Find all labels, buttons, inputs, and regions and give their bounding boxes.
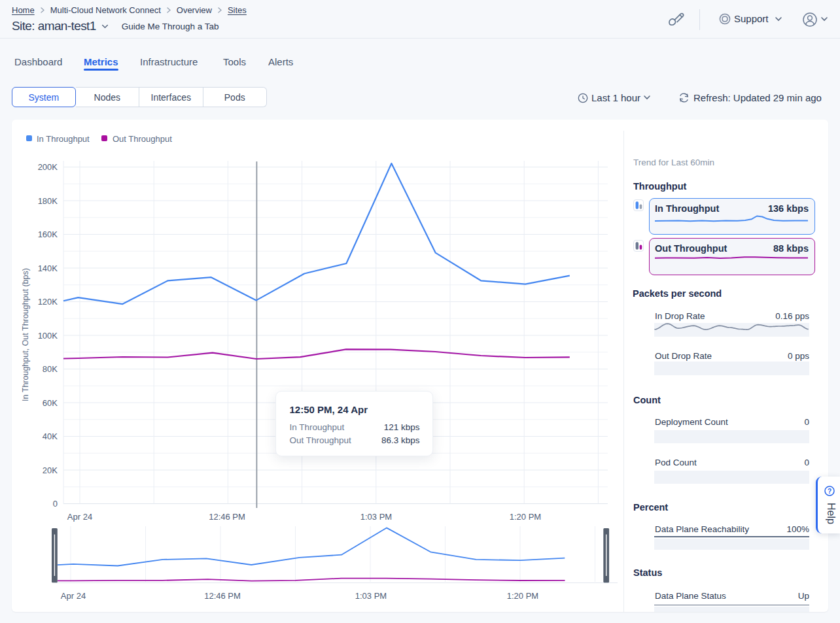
svg-text:1:03 PM: 1:03 PM xyxy=(360,512,392,522)
svg-text:Apr 24: Apr 24 xyxy=(61,591,86,601)
svg-text:160K: 160K xyxy=(38,229,58,239)
svg-text:100K: 100K xyxy=(38,331,58,341)
svg-text:1:20 PM: 1:20 PM xyxy=(510,512,541,522)
svg-text:40K: 40K xyxy=(43,431,58,441)
svg-text:?: ? xyxy=(827,488,831,495)
svg-text:80K: 80K xyxy=(43,364,58,374)
svg-text:180K: 180K xyxy=(38,196,58,206)
svg-text:Apr 24: Apr 24 xyxy=(67,512,92,522)
svg-text:120K: 120K xyxy=(38,297,58,307)
svg-text:140K: 140K xyxy=(38,263,58,273)
svg-text:20K: 20K xyxy=(43,465,58,475)
svg-text:12:46 PM: 12:46 PM xyxy=(209,512,245,522)
svg-text:1:20 PM: 1:20 PM xyxy=(507,591,538,601)
svg-text:In Throughput, Out Throughput: In Throughput, Out Throughput (bps) xyxy=(21,268,30,401)
svg-text:12:46 PM: 12:46 PM xyxy=(204,591,241,601)
svg-text:200K: 200K xyxy=(38,162,58,172)
svg-text:60K: 60K xyxy=(43,398,58,408)
svg-text:1:03 PM: 1:03 PM xyxy=(355,591,387,601)
svg-text:0: 0 xyxy=(53,499,58,509)
